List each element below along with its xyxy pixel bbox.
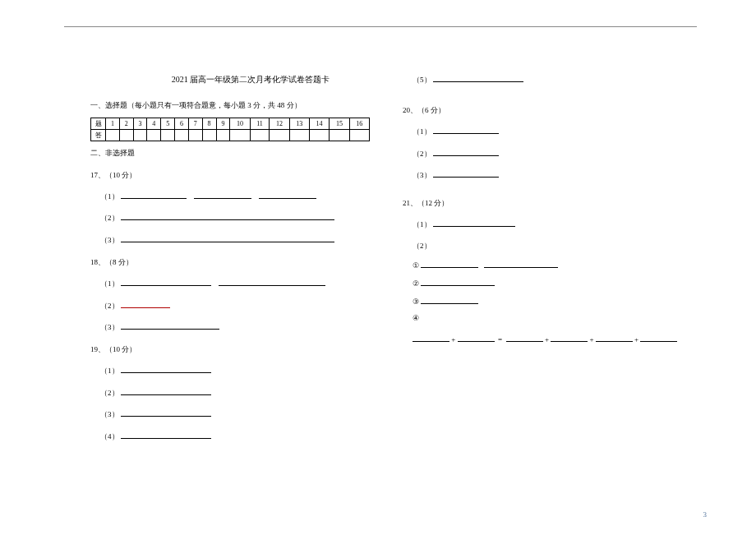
table-row-label: 题 — [91, 118, 106, 130]
col-num: 10 — [230, 118, 250, 130]
part-label: （2） — [100, 302, 119, 310]
table-answer-row: 答 — [91, 130, 370, 141]
blank-line[interactable] — [121, 387, 211, 395]
section-1-heading: 一、选择题（每小题只有一项符合题意，每小题 3 分，共 48 分） — [90, 100, 370, 111]
blank-line[interactable] — [433, 169, 499, 178]
q18-heading: 18、（8 分） — [90, 257, 370, 268]
blank-line[interactable] — [219, 278, 325, 286]
q21-2-1: ① — [413, 260, 682, 270]
table-header-row: 题 1 2 3 4 5 6 7 8 9 10 11 12 13 14 15 16 — [91, 118, 370, 130]
q21-2-3: ③ — [413, 296, 682, 306]
page-number: 3 — [703, 510, 708, 519]
q19-heading: 19、（10 分） — [90, 344, 370, 355]
q18-2: （2） — [100, 300, 370, 311]
blank-line[interactable] — [121, 300, 170, 308]
blank-line[interactable] — [421, 296, 478, 304]
col-num: 7 — [188, 118, 202, 130]
blank-line[interactable] — [121, 212, 334, 220]
col-num: 16 — [349, 118, 369, 130]
answer-cell[interactable] — [250, 130, 270, 141]
blank-line[interactable] — [433, 148, 499, 156]
equals-sign: = — [498, 335, 502, 344]
answer-cell[interactable] — [188, 130, 202, 141]
answer-cell[interactable] — [147, 130, 161, 141]
blank-line[interactable] — [596, 334, 633, 342]
answer-cell[interactable] — [202, 130, 216, 141]
answer-cell[interactable] — [289, 130, 309, 141]
blank-line[interactable] — [421, 278, 495, 286]
plus-sign: + — [589, 335, 593, 344]
col-num: 14 — [309, 118, 329, 130]
blank-line[interactable] — [421, 260, 478, 268]
answer-cell[interactable] — [119, 130, 133, 141]
blank-line[interactable] — [433, 126, 499, 134]
part-label: （2） — [100, 214, 119, 222]
blank-line[interactable] — [551, 334, 588, 342]
answer-cell[interactable] — [133, 130, 147, 141]
q20-3: （3） — [413, 169, 682, 181]
part-label: （4） — [100, 432, 119, 440]
answer-table: 题 1 2 3 4 5 6 7 8 9 10 11 12 13 14 15 16… — [90, 118, 370, 141]
blank-line[interactable] — [506, 334, 543, 342]
blank-line[interactable] — [121, 321, 219, 330]
col-num: 4 — [147, 118, 161, 130]
answer-cell[interactable] — [230, 130, 250, 141]
blank-line[interactable] — [433, 74, 523, 82]
part-label: （2） — [100, 389, 119, 397]
blank-line[interactable] — [194, 191, 251, 199]
q17-heading: 17、（10 分） — [90, 170, 370, 181]
blank-line[interactable] — [121, 365, 211, 373]
section-2-heading: 二、非选择题 — [90, 148, 370, 159]
blank-line[interactable] — [121, 431, 211, 439]
col-num: 2 — [119, 118, 133, 130]
q19-2: （2） — [100, 387, 370, 399]
answer-cell[interactable] — [106, 130, 120, 141]
part-label: （3） — [100, 236, 119, 244]
q20-2: （2） — [413, 148, 682, 159]
blank-line[interactable] — [413, 334, 449, 342]
col-num: 6 — [175, 118, 189, 130]
answer-cell[interactable] — [330, 130, 349, 141]
blank-line[interactable] — [433, 219, 515, 227]
part-label: （3） — [100, 410, 119, 418]
blank-line[interactable] — [121, 234, 334, 242]
q17-3: （3） — [100, 234, 370, 246]
table-answer-label: 答 — [91, 130, 106, 141]
answer-cell[interactable] — [216, 130, 230, 141]
answer-cell[interactable] — [175, 130, 189, 141]
q17-2: （2） — [100, 212, 370, 224]
blank-line[interactable] — [640, 334, 677, 342]
answer-cell[interactable] — [309, 130, 329, 141]
col-num: 9 — [216, 118, 230, 130]
q21-equation: + = + + + — [413, 334, 682, 345]
blank-line[interactable] — [121, 408, 211, 417]
blank-line[interactable] — [259, 191, 316, 199]
answer-cell[interactable] — [161, 130, 175, 141]
q19-4: （4） — [100, 431, 370, 442]
part-label: （2） — [413, 242, 431, 250]
part-label: （1） — [100, 367, 119, 375]
q21-heading: 21、（12 分） — [403, 198, 682, 209]
q20-heading: 20、（6 分） — [403, 105, 682, 116]
col-num: 1 — [106, 118, 120, 130]
col-num: 13 — [289, 118, 309, 130]
q19-3: （3） — [100, 408, 370, 420]
right-column: （5） 20、（6 分） （1） （2） （3） 21、（12 分） （1） （… — [403, 74, 682, 450]
blank-line[interactable] — [121, 278, 211, 286]
part-label: （3） — [413, 171, 431, 179]
part-label: （5） — [413, 76, 431, 84]
circled-label: ④ — [413, 314, 419, 322]
circled-label: ② — [413, 279, 419, 288]
q18-3: （3） — [100, 321, 370, 333]
blank-line[interactable] — [484, 260, 558, 268]
answer-cell[interactable] — [270, 130, 289, 141]
part-label: （2） — [413, 150, 431, 158]
part-label: （1） — [100, 192, 119, 201]
blank-line[interactable] — [121, 191, 187, 199]
col-num: 5 — [161, 118, 175, 130]
q21-2-4: ④ — [413, 314, 682, 322]
blank-line[interactable] — [458, 334, 495, 342]
q18-1: （1） — [100, 278, 370, 289]
q21-2-2: ② — [413, 278, 682, 288]
answer-cell[interactable] — [349, 130, 369, 141]
